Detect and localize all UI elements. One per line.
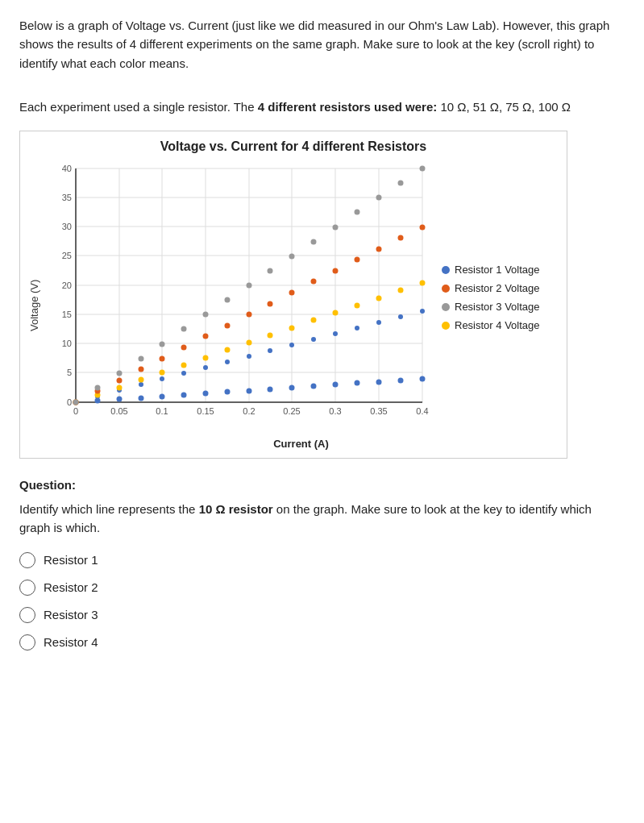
svg-text:0.05: 0.05 bbox=[110, 406, 127, 416]
svg-point-103 bbox=[376, 247, 382, 252]
svg-text:10: 10 bbox=[62, 339, 72, 348]
svg-text:0.25: 0.25 bbox=[283, 406, 300, 416]
svg-point-92 bbox=[139, 367, 144, 372]
radio-circle-r1[interactable] bbox=[19, 552, 35, 568]
radio-circle-r2[interactable] bbox=[19, 580, 35, 596]
svg-point-50 bbox=[333, 331, 338, 336]
svg-point-62 bbox=[225, 389, 231, 395]
svg-text:0.1: 0.1 bbox=[156, 406, 168, 416]
y-axis-label: Voltage (V) bbox=[28, 160, 40, 450]
svg-point-76 bbox=[160, 370, 165, 376]
question-section: Question: Identify which line represents… bbox=[19, 478, 625, 538]
svg-point-101 bbox=[333, 268, 339, 274]
svg-point-102 bbox=[355, 257, 360, 263]
legend-item-r3: Resistor 3 Voltage bbox=[442, 301, 540, 313]
radio-label-r2: Resistor 2 bbox=[44, 580, 98, 594]
svg-point-114 bbox=[247, 283, 252, 289]
svg-point-91 bbox=[117, 378, 123, 384]
svg-point-65 bbox=[289, 385, 295, 391]
legend-dot-r4 bbox=[442, 322, 450, 330]
resistors-bold-label: 4 different resistors used were: bbox=[258, 100, 441, 114]
legend-dot-r2 bbox=[442, 285, 450, 293]
svg-point-79 bbox=[225, 347, 231, 353]
svg-point-121 bbox=[398, 181, 404, 186]
svg-point-83 bbox=[311, 318, 317, 323]
plot-and-legend: 0 5 10 15 20 25 30 35 40 0 0.05 0.1 0.15… bbox=[44, 160, 559, 434]
svg-text:0.4: 0.4 bbox=[416, 406, 428, 416]
svg-text:30: 30 bbox=[62, 222, 72, 231]
radio-item-r1[interactable]: Resistor 1 bbox=[19, 552, 625, 568]
question-bold: 10 Ω resistor bbox=[199, 502, 273, 516]
svg-point-122 bbox=[420, 166, 426, 172]
svg-point-110 bbox=[160, 342, 165, 347]
legend-dot-r3 bbox=[442, 303, 450, 311]
svg-point-118 bbox=[333, 225, 339, 231]
svg-point-78 bbox=[203, 355, 209, 361]
chart-title: Voltage vs. Current for 4 different Resi… bbox=[28, 139, 559, 154]
svg-point-117 bbox=[311, 239, 317, 245]
legend-label-r3: Resistor 3 Voltage bbox=[455, 301, 540, 313]
svg-point-99 bbox=[289, 290, 295, 296]
svg-point-74 bbox=[117, 385, 123, 391]
svg-point-107 bbox=[95, 385, 101, 391]
svg-point-59 bbox=[160, 394, 165, 400]
svg-point-81 bbox=[268, 333, 273, 339]
svg-point-54 bbox=[420, 309, 425, 314]
svg-text:0.35: 0.35 bbox=[370, 406, 387, 416]
svg-point-95 bbox=[203, 334, 209, 339]
legend-item-r2: Resistor 2 Voltage bbox=[442, 282, 540, 294]
experiment-prefix: Each experiment used a single resistor. … bbox=[19, 100, 258, 114]
radio-label-r4: Resistor 4 bbox=[44, 635, 98, 649]
question-text: Identify which line represents the 10 Ω … bbox=[19, 500, 625, 538]
svg-point-64 bbox=[268, 387, 273, 393]
svg-text:0.2: 0.2 bbox=[243, 406, 255, 416]
svg-point-84 bbox=[333, 310, 339, 316]
question-prefix: Identify which line represents the bbox=[19, 502, 199, 516]
svg-point-77 bbox=[181, 363, 187, 368]
svg-text:15: 15 bbox=[62, 310, 72, 319]
legend-label-r1: Resistor 1 Voltage bbox=[455, 264, 540, 276]
svg-text:25: 25 bbox=[62, 251, 72, 260]
svg-point-60 bbox=[181, 393, 187, 398]
svg-point-105 bbox=[420, 225, 426, 231]
svg-text:0: 0 bbox=[73, 406, 78, 416]
radio-item-r4[interactable]: Resistor 4 bbox=[19, 634, 625, 651]
radio-circle-r3[interactable] bbox=[19, 607, 35, 623]
svg-text:0.15: 0.15 bbox=[197, 406, 214, 416]
svg-point-80 bbox=[247, 340, 252, 346]
svg-point-66 bbox=[311, 384, 317, 389]
legend-item-r1: Resistor 1 Voltage bbox=[442, 264, 540, 276]
chart-legend: Resistor 1 Voltage Resistor 2 Voltage Re… bbox=[442, 160, 540, 434]
svg-text:5: 5 bbox=[67, 368, 72, 377]
legend-item-r4: Resistor 4 Voltage bbox=[442, 319, 540, 331]
svg-point-97 bbox=[247, 312, 252, 318]
radio-item-r3[interactable]: Resistor 3 bbox=[19, 607, 625, 623]
svg-point-112 bbox=[203, 312, 209, 318]
svg-point-113 bbox=[225, 297, 231, 303]
legend-dot-r1 bbox=[442, 266, 450, 274]
radio-circle-r4[interactable] bbox=[19, 634, 35, 651]
legend-label-r4: Resistor 4 Voltage bbox=[455, 319, 540, 331]
svg-text:0: 0 bbox=[67, 397, 72, 407]
svg-point-63 bbox=[247, 389, 252, 394]
radio-group: Resistor 1 Resistor 2 Resistor 3 Resisto… bbox=[19, 552, 625, 651]
svg-point-108 bbox=[117, 371, 123, 376]
svg-point-46 bbox=[247, 354, 251, 359]
svg-point-86 bbox=[376, 296, 382, 301]
radio-item-r2[interactable]: Resistor 2 bbox=[19, 580, 625, 596]
svg-point-56 bbox=[95, 398, 101, 404]
svg-point-41 bbox=[139, 382, 143, 387]
svg-point-69 bbox=[376, 380, 382, 385]
svg-point-49 bbox=[311, 337, 316, 342]
intro-paragraph1: Below is a graph of Voltage vs. Current … bbox=[19, 16, 625, 73]
radio-label-r3: Resistor 3 bbox=[44, 608, 98, 621]
svg-point-94 bbox=[181, 345, 187, 351]
svg-text:40: 40 bbox=[62, 164, 72, 173]
legend-label-r2: Resistor 2 Voltage bbox=[455, 282, 540, 294]
svg-point-88 bbox=[420, 281, 426, 286]
svg-point-45 bbox=[225, 360, 230, 364]
svg-point-57 bbox=[117, 397, 123, 402]
svg-point-58 bbox=[139, 396, 144, 401]
chart-area: Voltage (V) bbox=[28, 160, 559, 450]
svg-point-109 bbox=[139, 356, 144, 362]
